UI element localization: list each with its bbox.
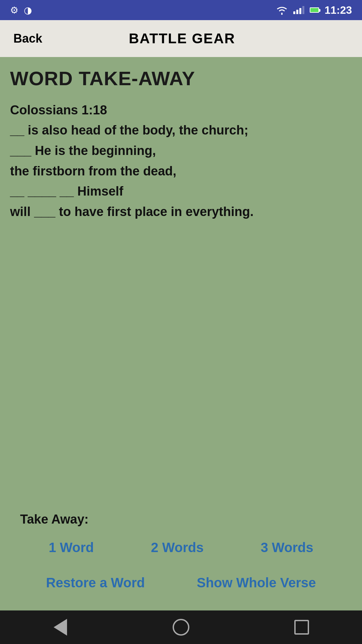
verse-line-1: __ is also head of the body, the church; [10, 120, 352, 141]
take-away-3-button[interactable]: 3 Words [254, 537, 320, 558]
verse-line-4: __ ____ __ Himself [10, 181, 352, 202]
settings-icon: ⚙ [10, 5, 18, 16]
nav-bar: Back BATTLE GEAR [0, 20, 362, 57]
signal-icon [293, 6, 304, 14]
system-recent-button[interactable] [292, 617, 312, 637]
status-bar: ⚙ ◑ 11:23 [0, 0, 362, 20]
screen-icon: ◑ [24, 5, 32, 16]
take-away-buttons: 1 Word 2 Words 3 Words [20, 537, 342, 558]
bottom-controls: Take Away: 1 Word 2 Words 3 Words Restor… [10, 502, 352, 610]
show-verse-button[interactable]: Show Whole Verse [190, 572, 323, 594]
system-back-button[interactable] [50, 617, 70, 637]
take-away-2-button[interactable]: 2 Words [144, 537, 210, 558]
system-nav [0, 610, 362, 644]
verse-line-5: will ___ to have first place in everythi… [10, 202, 352, 222]
page-title: BATTLE GEAR [42, 31, 322, 47]
verse-reference: Colossians 1:18 [10, 103, 352, 117]
verse-line-2: ___ He is the beginning, [10, 141, 352, 161]
status-time: 11:23 [324, 4, 352, 16]
verse-text: __ is also head of the body, the church;… [10, 120, 352, 222]
home-circle-icon [173, 619, 189, 636]
restore-row: Restore a Word Show Whole Verse [20, 572, 342, 594]
restore-word-button[interactable]: Restore a Word [39, 572, 152, 594]
wifi-icon [276, 5, 288, 15]
status-right-icons: 11:23 [276, 4, 352, 16]
status-left-icons: ⚙ ◑ [10, 5, 32, 16]
back-triangle-icon [54, 619, 67, 636]
battery-icon [310, 7, 319, 13]
back-button[interactable]: Back [13, 32, 42, 46]
verse-line-3: the firstborn from the dead, [10, 161, 352, 181]
system-home-button[interactable] [171, 617, 191, 637]
take-away-1-button[interactable]: 1 Word [42, 537, 101, 558]
main-content: WORD TAKE-AWAY Colossians 1:18 __ is als… [0, 57, 362, 610]
recent-square-icon [294, 620, 309, 635]
game-title: WORD TAKE-AWAY [10, 67, 352, 90]
take-away-label: Take Away: [20, 512, 342, 527]
